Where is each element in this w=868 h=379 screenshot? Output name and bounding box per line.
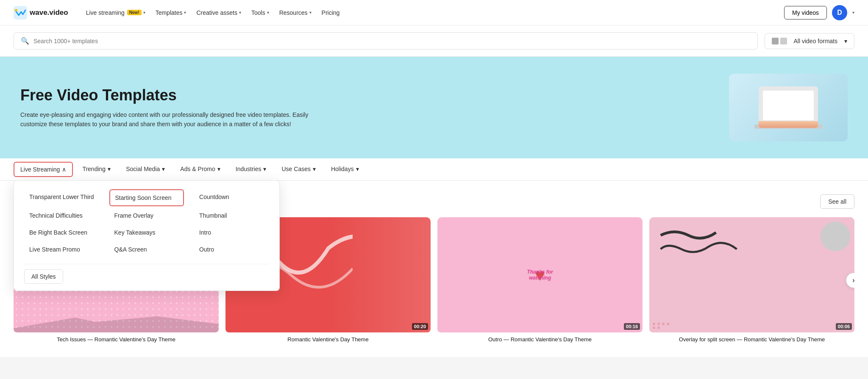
- logo-text: wave.video: [30, 8, 68, 17]
- tab-ads-promo-label: Ads & Promo: [180, 166, 215, 172]
- avatar[interactable]: D: [832, 5, 847, 20]
- tab-social-media-chevron: ▾: [162, 166, 165, 172]
- format-label: All video formats: [794, 38, 837, 44]
- tab-ads-promo[interactable]: Ads & Promo ▾: [174, 159, 226, 180]
- card-duration-overlay: 00:06: [836, 323, 852, 330]
- card-bg-overlay: 00:06: [649, 217, 854, 332]
- nav-chevron-tools: ▾: [267, 10, 269, 15]
- laptop-screen: [763, 91, 814, 120]
- grid-icon-2: [780, 38, 787, 44]
- see-all-button[interactable]: See all: [820, 194, 854, 209]
- grid-icon-1: [772, 38, 779, 44]
- nav-chevron-creative-assets: ▾: [239, 10, 241, 15]
- hero-text: Free Video Templates Create eye-pleasing…: [20, 86, 309, 129]
- card-title-outro: Outro — Romantic Valentine's Day Theme: [437, 336, 643, 343]
- dropdown-item-technical-difficulties[interactable]: Technical Difficulties: [24, 208, 99, 223]
- tab-use-cases-chevron: ▾: [313, 166, 316, 172]
- hero-title: Free Video Templates: [20, 86, 309, 104]
- grid-icon-group: [772, 38, 787, 44]
- card-thumb-overlay: 00:06: [649, 217, 854, 332]
- search-bar: 🔍: [14, 32, 758, 50]
- laptop-illustration: [754, 86, 822, 129]
- tab-holidays[interactable]: Holidays ▾: [325, 159, 365, 180]
- nav-label-live-streaming: Live streaming: [86, 9, 125, 16]
- dropdown-footer: All Styles: [24, 264, 269, 284]
- nav-chevron-live-streaming: ▾: [143, 10, 145, 15]
- tab-trending-label: Trending: [82, 166, 106, 172]
- hero-banner: Free Video Templates Create eye-pleasing…: [0, 57, 868, 158]
- logo[interactable]: wave.video: [14, 6, 68, 19]
- format-dropdown[interactable]: All video formats ▾: [765, 33, 854, 49]
- hero-image: [729, 74, 848, 141]
- nav-right: My videos D ▾: [784, 5, 854, 20]
- tab-social-media-label: Social Media: [126, 166, 160, 172]
- nav-item-pricing[interactable]: Pricing: [317, 7, 344, 19]
- logo-icon: [14, 6, 27, 19]
- search-input[interactable]: [33, 38, 751, 44]
- dropdown-item-key-takeaways[interactable]: Key Takeaways: [109, 225, 184, 240]
- card-outro[interactable]: ♥ Thanks forwatching 00:16 Outro — Roman…: [437, 217, 643, 343]
- tab-live-streaming-chevron: ∧: [62, 166, 66, 173]
- nav-label-templates: Templates: [156, 9, 183, 16]
- nav-item-templates[interactable]: Templates ▾: [151, 7, 191, 19]
- dropdown-item-outro[interactable]: Outro: [194, 242, 269, 257]
- card-thumb-outro: ♥ Thanks forwatching 00:16: [437, 217, 643, 332]
- nav-item-live-streaming[interactable]: Live streaming New! ▾: [82, 7, 150, 19]
- dropdown-item-countdown[interactable]: Countdown: [194, 189, 269, 206]
- avatar-chevron[interactable]: ▾: [852, 10, 854, 15]
- laptop-body: [759, 86, 818, 124]
- dropdown-grid: Transparent Lower Third Starting Soon Sc…: [24, 189, 269, 257]
- squiggle-lines: [653, 221, 765, 290]
- svg-point-1: [15, 9, 17, 11]
- card-title-tech-issues: Tech Issues — Romantic Valentine's Day T…: [14, 336, 219, 343]
- nav-badge-new: New!: [127, 10, 142, 15]
- hero-description: Create eye-pleasing and engaging video c…: [20, 110, 309, 129]
- card-overlay[interactable]: 00:06 Overlay for split screen — Romanti…: [649, 217, 854, 343]
- tab-ads-promo-chevron: ▾: [217, 166, 220, 172]
- card-bg-outro: ♥ Thanks forwatching 00:16: [437, 217, 643, 332]
- tab-industries[interactable]: Industries ▾: [230, 159, 273, 180]
- dropdown-item-intro[interactable]: Intro: [194, 225, 269, 240]
- card-title-romantic: Romantic Valentine's Day Theme: [225, 336, 431, 343]
- tab-live-streaming-label: Live Streaming: [20, 166, 60, 173]
- polka-grid: [653, 323, 670, 329]
- format-chevron: ▾: [844, 38, 847, 44]
- navbar: wave.video Live streaming New! ▾ Templat…: [0, 0, 868, 25]
- my-videos-button[interactable]: My videos: [784, 6, 827, 19]
- nav-label-pricing: Pricing: [322, 9, 340, 16]
- dropdown-item-qa-screen[interactable]: Q&A Screen: [109, 242, 184, 257]
- nav-label-resources: Resources: [279, 9, 308, 16]
- nav-item-creative-assets[interactable]: Creative assets ▾: [192, 7, 245, 19]
- all-styles-button[interactable]: All Styles: [24, 269, 63, 284]
- card-title-overlay: Overlay for split screen — Romantic Vale…: [649, 336, 854, 343]
- card-duration-outro: 00:16: [624, 323, 640, 330]
- dropdown-item-frame-overlay[interactable]: Frame Overlay: [109, 208, 184, 223]
- nav-links: Live streaming New! ▾ Templates ▾ Creati…: [82, 7, 784, 19]
- dropdown-item-thumbnail[interactable]: Thumbnail: [194, 208, 269, 223]
- filter-bar: Live Streaming ∧ Trending ▾ Social Media…: [0, 158, 868, 181]
- tab-social-media[interactable]: Social Media ▾: [120, 159, 171, 180]
- tab-trending[interactable]: Trending ▾: [76, 159, 117, 180]
- dropdown-item-be-right-back[interactable]: Be Right Back Screen: [24, 225, 99, 240]
- nav-label-tools: Tools: [251, 9, 265, 16]
- tab-trending-chevron: ▾: [108, 166, 111, 172]
- tab-live-streaming[interactable]: Live Streaming ∧: [14, 162, 73, 177]
- tab-holidays-label: Holidays: [331, 166, 354, 172]
- tab-industries-chevron: ▾: [263, 166, 266, 172]
- tab-industries-label: Industries: [236, 166, 262, 172]
- nav-chevron-resources: ▾: [309, 10, 312, 15]
- search-icon: 🔍: [21, 37, 29, 45]
- nav-item-tools[interactable]: Tools ▾: [247, 7, 273, 19]
- tab-holidays-chevron: ▾: [356, 166, 359, 172]
- nav-chevron-templates: ▾: [184, 10, 186, 15]
- nav-item-resources[interactable]: Resources ▾: [275, 7, 316, 19]
- slash-decoration: [14, 315, 219, 332]
- search-section: 🔍 All video formats ▾: [0, 25, 868, 57]
- dropdown-item-live-stream-promo[interactable]: Live Stream Promo: [24, 242, 99, 257]
- dropdown-item-starting-soon-screen[interactable]: Starting Soon Screen: [109, 189, 184, 206]
- card-duration-romantic: 00:20: [412, 323, 428, 330]
- tab-use-cases-label: Use Cases: [281, 166, 310, 172]
- tab-use-cases[interactable]: Use Cases ▾: [275, 159, 321, 180]
- overlay-circle: [821, 221, 850, 251]
- dropdown-item-transparent-lower-third[interactable]: Transparent Lower Third: [24, 189, 99, 206]
